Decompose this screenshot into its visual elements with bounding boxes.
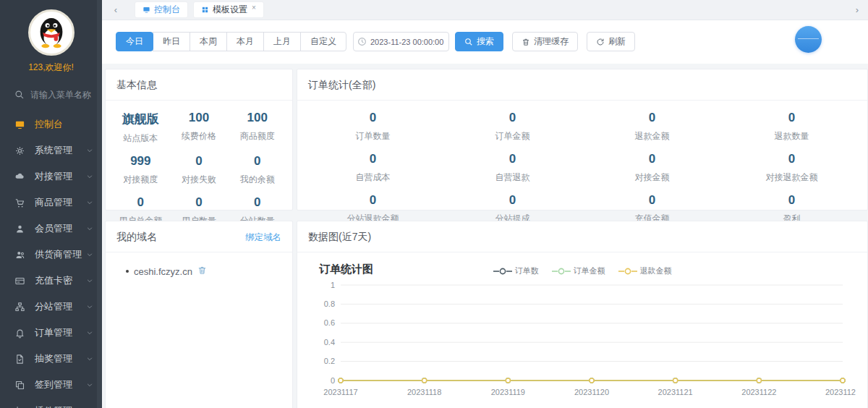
sidebar-item-label: 抽奖管理 [35,352,72,365]
sidebar-item-10[interactable]: 签到管理 [0,372,102,398]
bell-icon [14,328,25,339]
stat-item: 0对接退款金额 [722,152,861,184]
svg-text:20231121: 20231121 [658,388,693,396]
stat-item: 旗舰版站点版本 [111,111,170,145]
sidebar-item-7[interactable]: 分站管理 [0,294,102,320]
svg-text:20231123: 20231123 [825,388,856,396]
welcome-text: 123,欢迎你! [0,61,102,74]
legend-item[interactable]: 订单数 [493,265,539,276]
stat-item: 0自营成本 [303,152,443,184]
date-range-input[interactable] [353,32,449,51]
chart-svg[interactable]: 00.20.40.60.8120231117202311182023111920… [306,278,856,402]
user-icon [14,224,25,234]
tab-0[interactable]: 控制台 [135,2,187,17]
sidebar-scrollbar[interactable] [97,0,102,408]
stat-label: 对接额度 [111,174,170,186]
legend-item[interactable]: 订单金额 [552,265,605,276]
date-filter-group: 今日昨日本周本月上月自定义 [116,32,346,51]
user-avatar[interactable] [795,26,822,53]
stat-item: 0退款数量 [722,111,861,143]
sidebar-item-2[interactable]: 对接管理 [0,163,102,190]
sidebar-item-label: 分站管理 [35,300,72,313]
tabs-container: 控制台模板设置× [135,2,263,17]
bind-domain-link[interactable]: 绑定域名 [245,231,281,244]
tabs-scroll-left-icon[interactable]: ‹ [109,4,122,15]
clear-cache-button[interactable]: 清理缓存 [512,32,578,51]
legend-item[interactable]: 退款金额 [618,265,672,276]
stat-item: 0订单金额 [443,111,582,143]
trash-icon [197,265,207,275]
stat-item: 100续费价格 [170,111,229,145]
menu-search-input[interactable] [30,90,94,100]
stat-label: 商品额度 [228,130,286,143]
stat-value: 0 [443,193,582,208]
delete-domain-button[interactable] [197,265,207,277]
basic-info-card: 基本信息 旗舰版站点版本100续费价格100商品额度999对接额度0对接失败0我… [105,69,293,211]
filter-button-0[interactable]: 今日 [116,32,153,51]
filter-button-1[interactable]: 昨日 [153,32,190,51]
refresh-label: 刷新 [608,35,626,48]
tab-1[interactable]: 模板设置× [194,2,263,17]
sidebar-item-0[interactable]: 控制台 [0,111,102,137]
sidebar-item-11[interactable]: 插件管理 [0,398,102,408]
card-title: 数据图(近7天) [308,231,371,244]
order-stats-chart: 00.20.40.60.8120231117202311182023111920… [297,278,867,405]
chart-legend: 订单数订单金额退款金额 [297,265,867,276]
stat-label: 订单数量 [303,130,443,143]
sidebar-menu: 控制台系统管理对接管理商品管理会员管理供货商管理充值卡密分站管理订单管理抽奖管理… [0,111,102,408]
tab-label: 控制台 [154,4,180,16]
cloud-icon [14,171,25,182]
domain-name: ceshi.fczyz.cn [134,266,192,277]
chevron-down-icon [86,355,93,362]
filter-button-4[interactable]: 上月 [263,32,301,51]
filter-button-2[interactable]: 本周 [190,32,227,51]
stat-value: 0 [228,154,286,169]
date-range-field [353,32,449,51]
stat-value: 0 [303,152,443,166]
stat-label: 退款金额 [582,130,722,143]
filter-button-5[interactable]: 自定义 [300,32,346,51]
qq-penguin-avatar[interactable] [28,9,75,56]
sidebar-item-6[interactable]: 充值卡密 [0,268,102,294]
chevron-down-icon [86,329,93,336]
sidebar-item-4[interactable]: 会员管理 [0,216,102,242]
sidebar-item-5[interactable]: 供货商管理 [0,242,102,268]
filter-button-3[interactable]: 本月 [226,32,264,51]
sidebar-item-8[interactable]: 订单管理 [0,320,102,346]
sidebar-item-1[interactable]: 系统管理 [0,137,102,163]
refresh-button[interactable]: 刷新 [587,32,635,51]
copy-icon [14,380,25,391]
stat-label: 自营退款 [443,171,582,184]
svg-text:1: 1 [331,281,335,289]
chevron-down-icon [86,381,93,388]
tabs-scroll-right-icon[interactable]: › [851,4,864,15]
stat-value: 0 [722,152,861,166]
stat-item: 0对接失败 [170,154,229,186]
tab-close-icon[interactable]: × [252,4,256,12]
sitemap-icon [14,302,25,313]
stat-value: 0 [582,193,722,208]
search-button[interactable]: 搜索 [455,32,503,51]
chart-title-row: 订单统计图 订单数订单金额退款金额 [297,252,867,278]
bullet-dot [126,270,129,273]
stat-label: 订单金额 [443,130,582,143]
stat-label: 退款数量 [722,130,861,143]
legend-label: 订单金额 [574,265,605,276]
legend-label: 退款金额 [640,265,672,276]
stat-item: 0对接金额 [582,152,722,184]
legend-marker-icon [618,268,637,275]
trash-icon [522,38,530,46]
stat-value: 100 [228,111,286,125]
svg-text:0.8: 0.8 [324,299,335,308]
chart-card-header: 数据图(近7天) [297,221,867,252]
sidebar-item-9[interactable]: 抽奖管理 [0,346,102,372]
sidebar-item-3[interactable]: 商品管理 [0,190,102,216]
stat-value: 0 [170,195,229,210]
stat-value: 0 [303,111,443,125]
svg-text:0.4: 0.4 [324,338,335,347]
order-stats-grid: 0订单数量0订单金额0退款金额0退款数量0自营成本0自营退款0对接金额0对接退款… [297,101,867,232]
stat-item: 0退款金额 [582,111,722,143]
grid-icon [201,6,209,14]
stat-value: 0 [443,152,582,166]
chart-title: 订单统计图 [319,263,373,276]
